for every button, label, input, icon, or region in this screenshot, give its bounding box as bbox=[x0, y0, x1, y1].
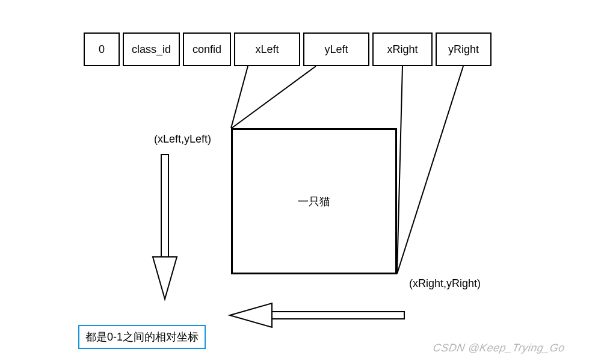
bbox-bottom-right-label: (xRight,yRight) bbox=[409, 277, 481, 290]
array-cell-xleft: xLeft bbox=[234, 32, 300, 66]
cell-text: yLeft bbox=[324, 43, 348, 56]
cell-text: xLeft bbox=[255, 43, 279, 56]
svg-rect-4 bbox=[161, 155, 168, 257]
array-cell-confid: confid bbox=[183, 32, 231, 66]
bbox-caption: 一只猫 bbox=[298, 194, 330, 209]
arrow-down-icon bbox=[153, 155, 177, 299]
note-text: 都是0-1之间的相对坐标 bbox=[85, 331, 199, 343]
bbox-top-left-label: (xLeft,yLeft) bbox=[154, 133, 211, 146]
cell-text: class_id bbox=[132, 43, 171, 56]
cell-text: xRight bbox=[387, 43, 418, 56]
array-cell-class-id: class_id bbox=[123, 32, 180, 66]
svg-marker-5 bbox=[153, 257, 177, 299]
bbox-rect: 一只猫 bbox=[231, 128, 397, 274]
note-box: 都是0-1之间的相对坐标 bbox=[78, 325, 206, 349]
svg-marker-7 bbox=[230, 303, 272, 327]
svg-line-2 bbox=[397, 66, 402, 274]
arrow-left-icon bbox=[230, 303, 404, 327]
array-cell-yleft: yLeft bbox=[303, 32, 369, 66]
cell-text: yRight bbox=[448, 43, 479, 56]
svg-rect-6 bbox=[272, 312, 404, 319]
cell-text: confid bbox=[193, 43, 221, 56]
array-cell-xright: xRight bbox=[372, 32, 433, 66]
array-cell-yright: yRight bbox=[436, 32, 492, 66]
svg-line-1 bbox=[232, 66, 316, 128]
watermark-text: CSDN @Keep_Trying_Go bbox=[432, 342, 566, 354]
array-cell-0: 0 bbox=[84, 32, 120, 66]
svg-line-3 bbox=[397, 66, 463, 274]
svg-line-0 bbox=[231, 66, 248, 128]
cell-text: 0 bbox=[99, 43, 105, 56]
